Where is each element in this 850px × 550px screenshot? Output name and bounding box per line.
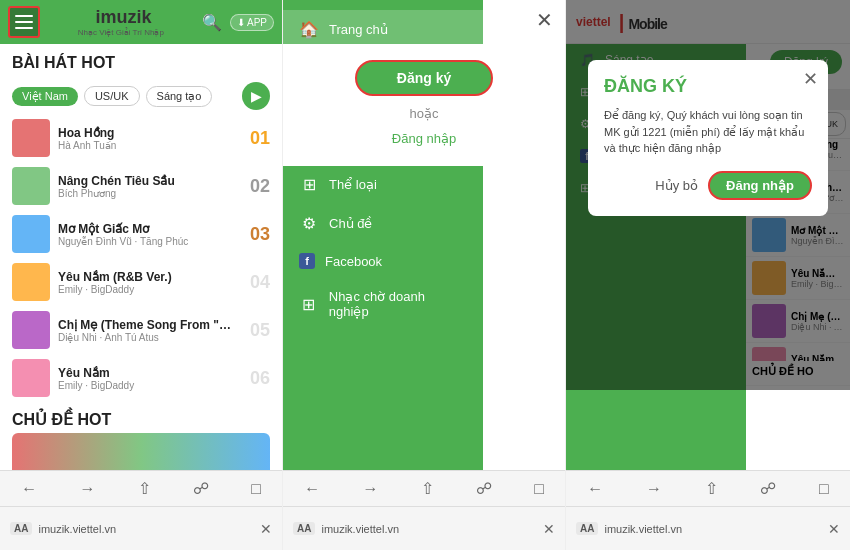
song-artist-6: Emily · BigDaddy xyxy=(58,380,236,391)
modal-backdrop-3: ✕ ĐĂNG KÝ Để đăng ký, Quý khách vui lòng… xyxy=(566,0,850,390)
modal-title-3: ĐĂNG KÝ xyxy=(604,76,812,97)
theloai-icon-2: ⊞ xyxy=(299,175,319,194)
nav-share-2[interactable]: ⇧ xyxy=(421,479,434,498)
nav-forward-3[interactable]: → xyxy=(646,480,662,498)
close-overlay-button-2[interactable]: ✕ xyxy=(536,8,553,32)
filter-sangtao-1[interactable]: Sáng tạo xyxy=(146,86,213,107)
song-thumb-2 xyxy=(12,167,50,205)
logo-text-1: iimuzik xyxy=(90,7,151,28)
song-name-3: Mơ Một Giấc Mơ xyxy=(58,222,236,236)
song-rank-3: 03 xyxy=(244,224,270,245)
nav-back-3[interactable]: ← xyxy=(587,480,603,498)
modal-body-3: Để đăng ký, Quý khách vui lòng soạn tin … xyxy=(604,107,812,157)
filter-usuk-1[interactable]: US/UK xyxy=(84,86,140,106)
song-info-5: Chị Mẹ (Theme Song From "Gặp L... Diệu N… xyxy=(58,318,236,343)
nav-forward-1[interactable]: → xyxy=(79,480,95,498)
filter-row-1: Việt Nam US/UK Sáng tạo ▶ xyxy=(0,78,282,114)
top-bar-1: iimuzik Nhạc Việt Giải Trí Nhập 🔍 ⬇ APP xyxy=(0,0,282,44)
bottom-bar-1: AA imuzik.viettel.vn ✕ xyxy=(0,506,282,550)
menu-label-home-2: Trang chủ xyxy=(329,22,388,37)
song-name-6: Yêu Nắm xyxy=(58,366,236,380)
song-rank-1: 01 xyxy=(244,128,270,149)
menu-label-facebook-2: Facebook xyxy=(325,254,382,269)
logo-area-1: iimuzik Nhạc Việt Giải Trí Nhập xyxy=(48,7,194,37)
dangnhap-link-2[interactable]: Đăng nhập xyxy=(392,131,456,146)
song-thumb-3 xyxy=(12,215,50,253)
aa-badge-1[interactable]: AA xyxy=(10,522,32,535)
cancel-button-3[interactable]: Hủy bỏ xyxy=(655,178,698,193)
nav-back-2[interactable]: ← xyxy=(304,480,320,498)
bottom-bar-2: AA imuzik.viettel.vn ✕ xyxy=(283,506,565,550)
song-name-2: Nâng Chén Tiêu Sầu xyxy=(58,174,236,188)
nav-back-1[interactable]: ← xyxy=(21,480,37,498)
play-all-button-1[interactable]: ▶ xyxy=(242,82,270,110)
nav-bookmark-2[interactable]: ☍ xyxy=(476,479,492,498)
menu-label-chude-2: Chủ đề xyxy=(329,216,372,231)
modal-box-3: ✕ ĐĂNG KÝ Để đăng ký, Quý khách vui lòng… xyxy=(588,60,828,216)
song-rank-6: 06 xyxy=(244,368,270,389)
hoac-text-2: hoặc xyxy=(410,106,439,121)
nav-tabs-2[interactable]: □ xyxy=(534,480,544,498)
p3-content: viettel | Mobile Đăng ký 🎵 Sáng tạo ⊞ Th… xyxy=(566,0,850,470)
menu-label-nhacchodn-2: Nhạc chờ doanh nghiệp xyxy=(329,289,467,319)
song-item-3[interactable]: Mơ Một Giấc Mơ Nguyễn Đình Vũ · Tăng Phú… xyxy=(12,210,270,258)
song-thumb-6 xyxy=(12,359,50,397)
aa-badge-2[interactable]: AA xyxy=(293,522,315,535)
menu-item-theloai-2[interactable]: ⊞ Thể loại xyxy=(283,165,483,204)
nav-row-3: ← → ⇧ ☍ □ xyxy=(566,470,850,506)
nav-bookmark-3[interactable]: ☍ xyxy=(760,479,776,498)
aa-badge-3[interactable]: AA xyxy=(576,522,598,535)
nav-tabs-1[interactable]: □ xyxy=(251,480,261,498)
chude-hot-title-1: CHỦ ĐỀ HOT xyxy=(0,402,282,433)
search-button-1[interactable]: 🔍 xyxy=(202,13,222,32)
modal-login-button-3[interactable]: Đăng nhập xyxy=(708,171,812,200)
song-item-4[interactable]: Yêu Nắm (R&B Ver.) Emily · BigDaddy 04 xyxy=(12,258,270,306)
browser-url-1: imuzik.viettel.vn xyxy=(38,523,116,535)
close-tab-3[interactable]: ✕ xyxy=(828,521,840,537)
panel-2: imuzik Nhạc Việt Giải Trí Nhập 🔍 ⬇ APP B… xyxy=(283,0,566,550)
song-item-2[interactable]: Nâng Chén Tiêu Sầu Bích Phương 02 xyxy=(12,162,270,210)
close-tab-1[interactable]: ✕ xyxy=(260,521,272,537)
nav-row-2: ← → ⇧ ☍ □ xyxy=(283,470,565,506)
filter-vietnam-1[interactable]: Việt Nam xyxy=(12,87,78,106)
song-item-1[interactable]: Hoa Hồng Hà Anh Tuấn 01 xyxy=(12,114,270,162)
chude-icon-2: ⚙ xyxy=(299,214,319,233)
nav-row-1: ← → ⇧ ☍ □ xyxy=(0,470,282,506)
signup-panel-2: Đăng ký hoặc Đăng nhập xyxy=(283,44,565,166)
song-name-1: Hoa Hồng xyxy=(58,126,236,140)
menu-item-facebook-2[interactable]: f Facebook xyxy=(283,243,483,279)
song-rank-5: 05 xyxy=(244,320,270,341)
song-info-1: Hoa Hồng Hà Anh Tuấn xyxy=(58,126,236,151)
nav-share-1[interactable]: ⇧ xyxy=(138,479,151,498)
modal-actions-3: Hủy bỏ Đăng nhập xyxy=(604,171,812,200)
browser-url-3: imuzik.viettel.vn xyxy=(604,523,682,535)
song-artist-3: Nguyễn Đình Vũ · Tăng Phúc xyxy=(58,236,236,247)
panel-3: viettel | Mobile Đăng ký 🎵 Sáng tạo ⊞ Th… xyxy=(566,0,850,550)
section-hot-title-1: BÀI HÁT HOT xyxy=(0,44,282,78)
song-artist-2: Bích Phương xyxy=(58,188,236,199)
close-tab-2[interactable]: ✕ xyxy=(543,521,555,537)
menu-button-1[interactable] xyxy=(8,6,40,38)
modal-close-button-3[interactable]: ✕ xyxy=(803,68,818,90)
song-rank-2: 02 xyxy=(244,176,270,197)
nav-forward-2[interactable]: → xyxy=(362,480,378,498)
song-item-6[interactable]: Yêu Nắm Emily · BigDaddy 06 xyxy=(12,354,270,402)
song-rank-4: 04 xyxy=(244,272,270,293)
nav-bookmark-1[interactable]: ☍ xyxy=(193,479,209,498)
song-item-5[interactable]: Chị Mẹ (Theme Song From "Gặp L... Diệu N… xyxy=(12,306,270,354)
song-info-2: Nâng Chén Tiêu Sầu Bích Phương xyxy=(58,174,236,199)
menu-item-nhacchodn-2[interactable]: ⊞ Nhạc chờ doanh nghiệp xyxy=(283,279,483,329)
song-info-3: Mơ Một Giấc Mơ Nguyễn Đình Vũ · Tăng Phú… xyxy=(58,222,236,247)
download-button-1[interactable]: ⬇ APP xyxy=(230,14,274,31)
nav-tabs-3[interactable]: □ xyxy=(819,480,829,498)
song-name-5: Chị Mẹ (Theme Song From "Gặp L... xyxy=(58,318,236,332)
song-thumb-1 xyxy=(12,119,50,157)
facebook-icon-2: f xyxy=(299,253,315,269)
menu-item-chude-2[interactable]: ⚙ Chủ đề xyxy=(283,204,483,243)
nav-share-3[interactable]: ⇧ xyxy=(705,479,718,498)
song-artist-4: Emily · BigDaddy xyxy=(58,284,236,295)
song-info-4: Yêu Nắm (R&B Ver.) Emily · BigDaddy xyxy=(58,270,236,295)
song-artist-5: Diệu Nhi · Anh Tú Atus xyxy=(58,332,236,343)
song-info-6: Yêu Nắm Emily · BigDaddy xyxy=(58,366,236,391)
signup-main-button-2[interactable]: Đăng ký xyxy=(355,60,493,96)
